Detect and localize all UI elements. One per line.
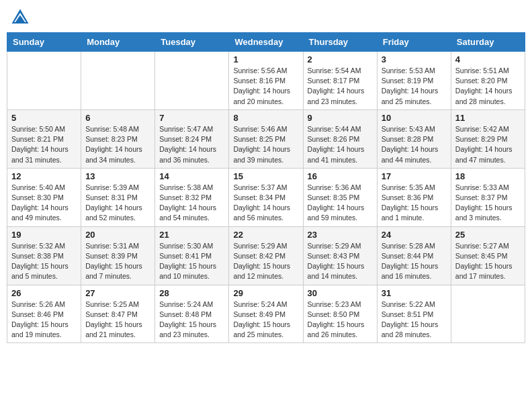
day-number: 1 bbox=[233, 54, 298, 64]
calendar-cell: 26Sunrise: 5:26 AM Sunset: 8:46 PM Dayli… bbox=[7, 285, 81, 343]
weekday-header-tuesday: Tuesday bbox=[155, 33, 229, 52]
weekday-header-thursday: Thursday bbox=[303, 33, 377, 52]
day-number: 15 bbox=[233, 171, 298, 181]
calendar-week-row: 5Sunrise: 5:50 AM Sunset: 8:21 PM Daylig… bbox=[7, 109, 525, 168]
day-number: 30 bbox=[308, 288, 373, 298]
calendar-cell: 22Sunrise: 5:29 AM Sunset: 8:42 PM Dayli… bbox=[229, 226, 303, 285]
day-info: Sunrise: 5:31 AM Sunset: 8:39 PM Dayligh… bbox=[85, 241, 150, 282]
day-number: 13 bbox=[85, 171, 150, 181]
day-number: 28 bbox=[159, 288, 224, 298]
day-number: 7 bbox=[159, 113, 224, 123]
calendar-cell: 13Sunrise: 5:39 AM Sunset: 8:31 PM Dayli… bbox=[81, 168, 155, 226]
day-info: Sunrise: 5:47 AM Sunset: 8:24 PM Dayligh… bbox=[159, 124, 224, 165]
day-number: 18 bbox=[455, 171, 521, 181]
day-info: Sunrise: 5:22 AM Sunset: 8:51 PM Dayligh… bbox=[382, 300, 447, 340]
calendar-cell: 29Sunrise: 5:24 AM Sunset: 8:49 PM Dayli… bbox=[229, 285, 303, 343]
day-number: 24 bbox=[382, 230, 447, 240]
day-info: Sunrise: 5:43 AM Sunset: 8:28 PM Dayligh… bbox=[382, 124, 447, 165]
day-info: Sunrise: 5:23 AM Sunset: 8:50 PM Dayligh… bbox=[308, 300, 373, 340]
day-number: 17 bbox=[382, 171, 447, 181]
calendar-cell bbox=[7, 52, 81, 110]
day-number: 20 bbox=[85, 230, 150, 240]
logo-icon bbox=[9, 7, 31, 28]
calendar-week-row: 12Sunrise: 5:40 AM Sunset: 8:30 PM Dayli… bbox=[7, 168, 525, 226]
calendar-cell: 17Sunrise: 5:35 AM Sunset: 8:36 PM Dayli… bbox=[377, 168, 451, 226]
calendar-cell: 30Sunrise: 5:23 AM Sunset: 8:50 PM Dayli… bbox=[303, 285, 377, 343]
day-info: Sunrise: 5:37 AM Sunset: 8:34 PM Dayligh… bbox=[233, 183, 298, 224]
day-number: 8 bbox=[233, 113, 298, 123]
day-info: Sunrise: 5:27 AM Sunset: 8:45 PM Dayligh… bbox=[455, 241, 521, 282]
calendar-cell: 11Sunrise: 5:42 AM Sunset: 8:29 PM Dayli… bbox=[451, 109, 525, 168]
calendar-cell: 23Sunrise: 5:29 AM Sunset: 8:43 PM Dayli… bbox=[303, 226, 377, 285]
calendar-cell: 24Sunrise: 5:28 AM Sunset: 8:44 PM Dayli… bbox=[377, 226, 451, 285]
calendar-cell: 7Sunrise: 5:47 AM Sunset: 8:24 PM Daylig… bbox=[155, 109, 229, 168]
calendar-cell: 8Sunrise: 5:46 AM Sunset: 8:25 PM Daylig… bbox=[229, 109, 303, 168]
day-info: Sunrise: 5:33 AM Sunset: 8:37 PM Dayligh… bbox=[455, 183, 521, 224]
calendar-week-row: 19Sunrise: 5:32 AM Sunset: 8:38 PM Dayli… bbox=[7, 226, 525, 285]
day-info: Sunrise: 5:30 AM Sunset: 8:41 PM Dayligh… bbox=[159, 241, 224, 282]
day-info: Sunrise: 5:53 AM Sunset: 8:19 PM Dayligh… bbox=[382, 66, 447, 107]
day-number: 27 bbox=[85, 288, 150, 298]
calendar-cell: 12Sunrise: 5:40 AM Sunset: 8:30 PM Dayli… bbox=[7, 168, 81, 226]
day-info: Sunrise: 5:26 AM Sunset: 8:46 PM Dayligh… bbox=[11, 300, 77, 340]
logo bbox=[9, 7, 34, 28]
day-info: Sunrise: 5:48 AM Sunset: 8:23 PM Dayligh… bbox=[85, 124, 150, 165]
day-info: Sunrise: 5:54 AM Sunset: 8:17 PM Dayligh… bbox=[308, 66, 373, 107]
calendar-cell: 25Sunrise: 5:27 AM Sunset: 8:45 PM Dayli… bbox=[451, 226, 525, 285]
calendar-cell bbox=[451, 285, 525, 343]
calendar-cell: 21Sunrise: 5:30 AM Sunset: 8:41 PM Dayli… bbox=[155, 226, 229, 285]
day-number: 2 bbox=[308, 54, 373, 64]
calendar-cell: 28Sunrise: 5:24 AM Sunset: 8:48 PM Dayli… bbox=[155, 285, 229, 343]
weekday-header-wednesday: Wednesday bbox=[229, 33, 303, 52]
day-number: 23 bbox=[308, 230, 373, 240]
day-number: 4 bbox=[455, 54, 521, 64]
day-info: Sunrise: 5:50 AM Sunset: 8:21 PM Dayligh… bbox=[11, 124, 77, 165]
day-info: Sunrise: 5:39 AM Sunset: 8:31 PM Dayligh… bbox=[85, 183, 150, 224]
calendar-cell: 6Sunrise: 5:48 AM Sunset: 8:23 PM Daylig… bbox=[81, 109, 155, 168]
weekday-header-friday: Friday bbox=[377, 33, 451, 52]
weekday-header-saturday: Saturday bbox=[451, 33, 525, 52]
day-info: Sunrise: 5:24 AM Sunset: 8:48 PM Dayligh… bbox=[159, 300, 224, 340]
calendar-table: SundayMondayTuesdayWednesdayThursdayFrid… bbox=[7, 32, 525, 343]
calendar-cell: 5Sunrise: 5:50 AM Sunset: 8:21 PM Daylig… bbox=[7, 109, 81, 168]
calendar-cell: 19Sunrise: 5:32 AM Sunset: 8:38 PM Dayli… bbox=[7, 226, 81, 285]
calendar-cell: 16Sunrise: 5:36 AM Sunset: 8:35 PM Dayli… bbox=[303, 168, 377, 226]
day-number: 31 bbox=[382, 288, 447, 298]
weekday-header-sunday: Sunday bbox=[7, 33, 81, 52]
calendar-cell: 9Sunrise: 5:44 AM Sunset: 8:26 PM Daylig… bbox=[303, 109, 377, 168]
day-number: 9 bbox=[308, 113, 373, 123]
day-info: Sunrise: 5:28 AM Sunset: 8:44 PM Dayligh… bbox=[382, 241, 447, 282]
calendar-cell: 10Sunrise: 5:43 AM Sunset: 8:28 PM Dayli… bbox=[377, 109, 451, 168]
day-info: Sunrise: 5:32 AM Sunset: 8:38 PM Dayligh… bbox=[11, 241, 77, 282]
day-number: 10 bbox=[382, 113, 447, 123]
calendar-week-row: 1Sunrise: 5:56 AM Sunset: 8:16 PM Daylig… bbox=[7, 52, 525, 110]
day-info: Sunrise: 5:46 AM Sunset: 8:25 PM Dayligh… bbox=[233, 124, 298, 165]
day-number: 22 bbox=[233, 230, 298, 240]
day-info: Sunrise: 5:25 AM Sunset: 8:47 PM Dayligh… bbox=[85, 300, 150, 340]
day-number: 11 bbox=[455, 113, 521, 123]
calendar-cell bbox=[81, 52, 155, 110]
day-number: 19 bbox=[11, 230, 77, 240]
day-info: Sunrise: 5:38 AM Sunset: 8:32 PM Dayligh… bbox=[159, 183, 224, 224]
calendar-cell: 15Sunrise: 5:37 AM Sunset: 8:34 PM Dayli… bbox=[229, 168, 303, 226]
day-number: 21 bbox=[159, 230, 224, 240]
calendar-cell: 2Sunrise: 5:54 AM Sunset: 8:17 PM Daylig… bbox=[303, 52, 377, 110]
day-number: 5 bbox=[11, 113, 77, 123]
day-number: 29 bbox=[233, 288, 298, 298]
day-number: 25 bbox=[455, 230, 521, 240]
day-info: Sunrise: 5:51 AM Sunset: 8:20 PM Dayligh… bbox=[455, 66, 521, 107]
day-number: 26 bbox=[11, 288, 77, 298]
calendar-cell: 3Sunrise: 5:53 AM Sunset: 8:19 PM Daylig… bbox=[377, 52, 451, 110]
day-info: Sunrise: 5:35 AM Sunset: 8:36 PM Dayligh… bbox=[382, 183, 447, 224]
calendar-cell: 14Sunrise: 5:38 AM Sunset: 8:32 PM Dayli… bbox=[155, 168, 229, 226]
calendar-cell: 1Sunrise: 5:56 AM Sunset: 8:16 PM Daylig… bbox=[229, 52, 303, 110]
day-info: Sunrise: 5:24 AM Sunset: 8:49 PM Dayligh… bbox=[233, 300, 298, 340]
day-info: Sunrise: 5:36 AM Sunset: 8:35 PM Dayligh… bbox=[308, 183, 373, 224]
day-number: 16 bbox=[308, 171, 373, 181]
page-header bbox=[7, 7, 525, 28]
day-number: 6 bbox=[85, 113, 150, 123]
day-info: Sunrise: 5:42 AM Sunset: 8:29 PM Dayligh… bbox=[455, 124, 521, 165]
calendar-week-row: 26Sunrise: 5:26 AM Sunset: 8:46 PM Dayli… bbox=[7, 285, 525, 343]
day-number: 3 bbox=[382, 54, 447, 64]
weekday-header-monday: Monday bbox=[81, 33, 155, 52]
